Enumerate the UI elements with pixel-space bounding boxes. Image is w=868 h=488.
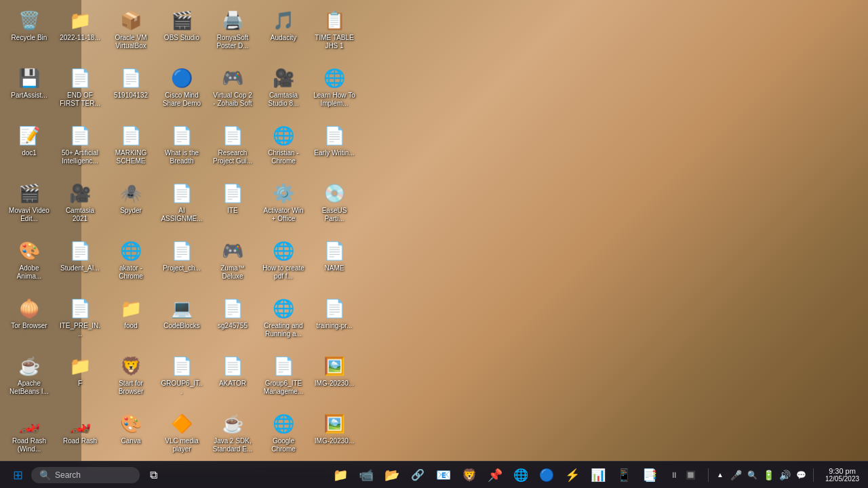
desktop-icon-student-ai[interactable]: 📄 Student_AI...: [56, 236, 104, 290]
tray-search[interactable]: 🔍: [745, 468, 759, 482]
desktop-icon-partassist[interactable]: 💾 PartAssist...: [5, 63, 53, 117]
desktop-icon-google-chrome[interactable]: 🌐 Google Chrome: [260, 409, 307, 463]
desktop-icon-camtasia-2021[interactable]: 🎥 Camtasia 2021: [56, 178, 104, 232]
desktop-icon-adobe-anim[interactable]: 🎨 Adobe Anima...: [5, 236, 53, 290]
taskbar-office[interactable]: 📊: [586, 463, 610, 487]
stop-button[interactable]: 🔲: [684, 468, 697, 482]
tray-divider: [708, 468, 709, 482]
icon-label-recycle-bin: Recycle Bin: [12, 34, 47, 42]
icon-image-obs-studio: 🎬: [170, 8, 194, 33]
start-button[interactable]: ⊞: [5, 463, 30, 487]
desktop-icon-learn-how[interactable]: 🌐 Learn How To Implem...: [311, 63, 358, 117]
icon-image-virtualcop2: 🎮: [220, 66, 245, 90]
desktop-icon-creating-running[interactable]: 🌐 Creating and Running a...: [260, 293, 307, 348]
desktop-icon-camtasia-studio[interactable]: 🎥 Camtasia Studio 8...: [260, 63, 307, 117]
icon-label-obs-studio: OBS Studio: [164, 34, 199, 42]
desktop-icon-project-ch[interactable]: 📄 Project_ch...: [158, 236, 205, 290]
taskbar-brave[interactable]: 🦁: [457, 463, 481, 487]
desktop-icon-road-rash[interactable]: 🏎️ Road Rash: [56, 409, 104, 463]
icon-label-camtasia-studio: Camtasia Studio 8...: [262, 92, 304, 108]
icon-image-road-rash: 🏎️: [68, 411, 92, 436]
desktop-icon-akator-chrome[interactable]: 🌐 akator - Chrome: [107, 236, 155, 290]
desktop-icon-training-pr[interactable]: 📄 training-pr...: [311, 293, 358, 348]
desktop-icon-christian-chrome[interactable]: 🌐 Christian - Chrome: [260, 121, 307, 175]
taskbar-whatsapp[interactable]: 📱: [612, 463, 636, 487]
system-clock[interactable]: 9:30 pm 12/05/2023: [822, 467, 863, 483]
desktop-icon-audacity[interactable]: 🎵 Audacity: [260, 5, 307, 60]
desktop-icon-img-20230-1[interactable]: 🖼️ IMG-20230...: [311, 351, 358, 405]
tray-network[interactable]: 💬: [794, 468, 808, 482]
tray-volume[interactable]: 🔊: [778, 468, 791, 482]
taskbar-folder[interactable]: 📂: [380, 463, 404, 487]
desktop-icon-obs-studio[interactable]: 🎬 OBS Studio: [158, 5, 205, 60]
desktop-icon-apache-netbeans[interactable]: ☕ Apache NetBeans I...: [5, 351, 53, 405]
desktop-icon-oracle-vm[interactable]: 📦 Oracle VM VirtualBox: [107, 5, 155, 60]
desktop-icon-img-20230-2[interactable]: 🖼️ IMG-20230...: [311, 409, 358, 463]
desktop-icon-road-rash-win[interactable]: 🏎️ Road Rash (Wind...: [5, 409, 53, 463]
desktop-icon-end-first-ter[interactable]: 📄 END OF FIRST TER...: [56, 63, 104, 117]
desktop-icon-cisco-mind[interactable]: 🔵 Cisco Mind Share Demo: [158, 63, 205, 117]
icon-image-zuma-deluxe: 🎮: [220, 239, 245, 263]
icon-image-partassist: 💾: [17, 66, 41, 90]
notification-expand[interactable]: ▲: [714, 470, 726, 480]
taskbar-file-explorer[interactable]: 📁: [328, 463, 353, 487]
desktop-icon-ai-assign[interactable]: 📄 AI ASSIGNME...: [158, 178, 205, 232]
desktop-icon-zuma-deluxe[interactable]: 🎮 Zuma™ Deluxe: [209, 236, 256, 290]
desktop-icon-spyder[interactable]: 🕷️ Spyder: [107, 178, 155, 232]
taskbar-pinterest[interactable]: 📌: [483, 463, 507, 487]
icon-image-50-artificial: 📄: [68, 123, 92, 148]
taskbar-mail[interactable]: 📧: [431, 463, 456, 487]
taskbar-hub[interactable]: 🔗: [406, 463, 430, 487]
icon-image-google-chrome: 🌐: [271, 411, 296, 436]
desktop-icon-recycle-bin[interactable]: 🗑️ Recycle Bin: [5, 5, 53, 60]
desktop-icon-java2sdk[interactable]: ☕ Java 2 SDK, Standard E...: [209, 409, 256, 463]
pause-button[interactable]: ⏸: [667, 468, 681, 482]
desktop-icon-timetable[interactable]: 📋 TIME TABLE JHS 1: [311, 5, 358, 60]
desktop-icon-ite-pre[interactable]: 📄 ITE_PRE_IN...: [56, 293, 104, 348]
desktop-icon-tor-browser[interactable]: 🧅 Tor Browser: [5, 293, 53, 348]
icon-image-vlc: 🔶: [170, 411, 194, 436]
desktop-icon-name[interactable]: 📄 NAME: [311, 236, 358, 290]
desktop-icon-canva[interactable]: 🎨 Canva: [107, 409, 155, 463]
desktop-icon-doc1[interactable]: 📝 doc1: [5, 121, 53, 175]
desktop-icon-519[interactable]: 📄 519104132: [107, 63, 155, 117]
desktop-icon-codeblocks[interactable]: 💻 CodeBlocks: [158, 293, 205, 348]
taskbar-slides[interactable]: 📑: [637, 463, 662, 487]
desktop-icon-what-breadth[interactable]: 📄 What is the Breadth: [158, 121, 205, 175]
tray-battery[interactable]: 🔋: [762, 468, 775, 482]
taskbar-video-call[interactable]: 📹: [354, 463, 378, 487]
tray-microphone[interactable]: 🎤: [729, 468, 743, 482]
clock-date: 12/05/2023: [825, 475, 859, 483]
desktop-icon-vlc[interactable]: 🔶 VLC media player: [158, 409, 205, 463]
desktop-icon-how-to-pdf[interactable]: 🌐 How to create pdf f...: [260, 236, 307, 290]
icon-label-f-folder: F: [78, 380, 82, 388]
desktop-icon-easeus[interactable]: 💿 EaseUS Parti...: [311, 178, 358, 232]
icon-label-folder-2022: 2022-11-18...: [60, 34, 100, 42]
taskbar-browser2[interactable]: 🌐: [509, 463, 533, 487]
desktop-icon-group6-it[interactable]: 📄 GROUP6_IT...: [158, 351, 205, 405]
desktop-icon-activator-office[interactable]: ⚙️ Activator Win + Office: [260, 178, 307, 232]
desktop-icon-akator[interactable]: 📄 AKATOR: [209, 351, 256, 405]
search-bar[interactable]: 🔍 Search: [31, 467, 140, 483]
desktop-icon-movavi[interactable]: 🎬 Movavi Video Edit...: [5, 178, 53, 232]
desktop-icon-virtualcop2[interactable]: 🎮 Virtual Cop 2 - Zohaib Soft: [209, 63, 256, 117]
desktop-icon-food[interactable]: 📁 food: [107, 293, 155, 348]
taskbar-shortcut[interactable]: ⚡: [560, 463, 585, 487]
desktop-icon-sg245755[interactable]: 📄 sg245755: [209, 293, 256, 348]
desktop-icon-research-proj[interactable]: 📄 Research Project Gui...: [209, 121, 256, 175]
task-view-button[interactable]: ⧉: [141, 463, 165, 487]
taskbar-edge[interactable]: 🔵: [534, 463, 559, 487]
desktop-icon-folder-2022[interactable]: 📁 2022-11-18...: [56, 5, 104, 60]
desktop-icon-f-folder[interactable]: 📁 F: [56, 351, 104, 405]
desktop-icon-ronyasoft[interactable]: 🖨️ RonyaSoft Poster D...: [209, 5, 256, 60]
desktop-icon-marking-scheme[interactable]: 📄 MARKING SCHEME: [107, 121, 155, 175]
desktop-icon-group6-ite-mgmt[interactable]: 📄 Group6_ITE Manageme...: [260, 351, 307, 405]
desktop-icon-50-artificial[interactable]: 📄 50+ Artificial Intelligenc...: [56, 121, 104, 175]
icon-image-what-breadth: 📄: [170, 123, 194, 148]
icon-label-partassist: PartAssist...: [11, 92, 47, 100]
icon-image-ite-pre: 📄: [68, 296, 92, 321]
desktop-icon-start-for-browser[interactable]: 🦁 Start for Browser: [107, 351, 155, 405]
desktop-icon-ite[interactable]: 📄 ITE: [209, 178, 256, 232]
desktop-icon-early-writing[interactable]: 📄 Early Writin...: [311, 121, 358, 175]
icon-image-f-folder: 📁: [68, 354, 92, 378]
